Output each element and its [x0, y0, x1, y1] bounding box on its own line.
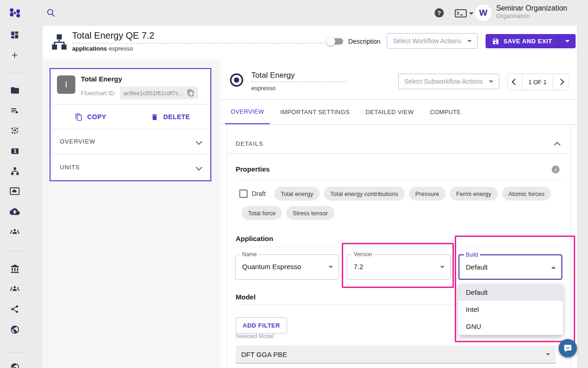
workflow-actions-select[interactable]: Select Workflow Actions	[387, 33, 478, 49]
tabs-divider	[220, 124, 577, 125]
chevron-up-icon	[551, 266, 556, 269]
tab-important-settings[interactable]: IMPORTANT SETTINGS	[275, 100, 355, 124]
add-filter-button[interactable]: ADD FILTER	[236, 317, 287, 334]
build-option-default[interactable]: Default	[458, 284, 563, 301]
sidebar-item-flashcards-icon[interactable]	[9, 186, 20, 197]
tab-compute[interactable]: COMPUTE	[424, 100, 467, 124]
chevron-right-icon	[558, 79, 564, 85]
help-icon[interactable]: ?	[435, 8, 444, 17]
subworkflow-actions-select-value: Select Subworkflow Actions	[404, 78, 483, 85]
sidebar-item-org-team-icon[interactable]	[9, 283, 20, 294]
sidebar-item-add-icon[interactable]	[9, 50, 20, 61]
properties-title: Properties	[236, 165, 270, 173]
org-type: Organisation	[496, 12, 567, 19]
org-switcher[interactable]: Seminar Organization Organisation	[496, 4, 567, 19]
copy-unit-button[interactable]: COPY	[51, 104, 130, 129]
app-logo-icon[interactable]	[8, 6, 21, 19]
property-chip[interactable]: Total energy	[274, 187, 320, 201]
save-options-arrow-button[interactable]	[559, 34, 576, 48]
chevron-down-icon	[546, 353, 550, 356]
sidebar-item-dashboard-icon[interactable]	[9, 29, 20, 40]
subworkflow-radio-icon	[229, 72, 244, 88]
application-name-select[interactable]: Name Quantum Espresso	[235, 254, 339, 280]
flowchart-id-box[interactable]: ac9ee1c651f61cdf7c...	[120, 86, 198, 99]
property-chip[interactable]: Stress tensor	[286, 206, 334, 220]
build-option-intel[interactable]: Intel	[458, 301, 563, 318]
property-chip[interactable]: Total energy contributions	[324, 187, 405, 201]
sidebar-item-unit-bank-icon[interactable]: 1	[9, 145, 20, 156]
unit-title: Total Energy	[81, 75, 122, 83]
property-chip[interactable]: Atomic forces	[502, 187, 551, 201]
workflow-hierarchy-icon	[51, 32, 68, 52]
details-collapse-button[interactable]	[555, 143, 560, 147]
chevron-up-icon	[554, 142, 560, 148]
sidebar-item-team-icon[interactable]	[9, 226, 20, 237]
accordion-overview[interactable]: OVERVIEW	[51, 129, 210, 154]
sidebar-divider	[6, 251, 24, 252]
selected-model-label: Selected Model	[236, 333, 274, 339]
application-version-label: Version	[352, 251, 374, 258]
subworkflow-actions-select[interactable]: Select Subworkflow Actions	[398, 74, 499, 89]
toggle-knob	[326, 37, 335, 46]
pagination-prev-button[interactable]	[507, 74, 522, 90]
workflow-title[interactable]: Total Energy QE 7.2	[72, 30, 154, 41]
details-section-title: DETAILS	[236, 140, 263, 147]
description-toggle[interactable]	[328, 38, 343, 45]
build-option-gnu[interactable]: GNU	[458, 318, 563, 335]
property-chip[interactable]: Fermi energy	[450, 187, 498, 201]
workflow-actions-select-value: Select Workflow Actions	[393, 37, 461, 45]
chevron-down-icon	[440, 266, 445, 268]
sidebar-divider	[6, 352, 24, 353]
trash-icon	[151, 113, 158, 121]
terminal-caret-icon	[469, 12, 474, 15]
workflow-subtitle: applications espresso	[72, 45, 133, 52]
draft-checkbox[interactable]	[239, 190, 248, 198]
terminal-menu[interactable]	[455, 9, 474, 17]
subworkflow-title[interactable]: Total Energy	[251, 71, 295, 80]
sidebar-item-organization-icon[interactable]	[9, 263, 20, 274]
copy-icon[interactable]	[187, 89, 194, 97]
avatar[interactable]: W	[475, 5, 492, 21]
delete-unit-button[interactable]: DELETE	[130, 104, 210, 129]
search-icon[interactable]	[46, 8, 56, 18]
content-left-border	[227, 124, 227, 368]
copy-icon	[75, 113, 83, 121]
svg-text:1: 1	[13, 149, 17, 154]
sidebar-item-explore-icon[interactable]	[9, 362, 20, 368]
property-chip-row: Total force Stress tensor	[242, 206, 334, 220]
save-and-exit-button[interactable]: SAVE AND EXIT	[486, 34, 576, 48]
workflow-header: Total Energy QE 7.2 applications espress…	[42, 26, 577, 59]
selected-model-select[interactable]: DFT GGA PBE	[236, 345, 556, 363]
application-version-select[interactable]: Version 7.2	[347, 254, 451, 280]
subworkflow-engine: espresso	[251, 85, 276, 92]
application-build-label: Build	[464, 252, 480, 258]
chevron-down-icon	[328, 266, 333, 268]
accordion-units[interactable]: UNITS	[51, 154, 210, 180]
subworkflow-tabs: OVERVIEW IMPORTANT SETTINGS DETAILED VIE…	[225, 100, 471, 124]
property-chip[interactable]: Pressure	[409, 187, 446, 201]
sidebar-item-workflows-icon[interactable]	[9, 166, 20, 177]
sidebar-item-jobs-icon[interactable]	[9, 105, 20, 116]
sidebar-item-share-icon[interactable]	[9, 304, 20, 315]
pagination-next-button[interactable]	[553, 74, 569, 90]
tab-detailed-view[interactable]: DETAILED VIEW	[360, 100, 419, 124]
sidebar-item-cloud-upload-icon[interactable]	[9, 206, 20, 217]
workflow-subtitle-engine: espresso	[108, 45, 133, 52]
chat-launcher-button[interactable]	[559, 339, 577, 357]
sidebar-item-projects-icon[interactable]	[9, 85, 20, 96]
chevron-down-icon	[196, 138, 202, 144]
tab-overview[interactable]: OVERVIEW	[225, 100, 270, 124]
application-build-value: Default	[466, 263, 488, 271]
content-right-border	[571, 124, 571, 368]
application-version-value: 7.2	[354, 263, 363, 270]
sidebar-item-materials-icon[interactable]	[9, 125, 20, 136]
unit-card[interactable]: I Total Energy Flowchart ID: ac9ee1c651f…	[50, 68, 211, 181]
application-build-select[interactable]: Build Default	[458, 254, 562, 280]
info-icon[interactable]: i	[552, 166, 560, 173]
sidebar-item-public-icon[interactable]	[9, 324, 20, 335]
chevron-down-icon	[565, 40, 570, 42]
property-chip[interactable]: Total force	[242, 206, 282, 220]
chevron-left-icon	[511, 79, 518, 85]
copy-unit-label: COPY	[87, 113, 107, 121]
build-dropdown-menu: Default Intel GNU	[458, 284, 563, 335]
